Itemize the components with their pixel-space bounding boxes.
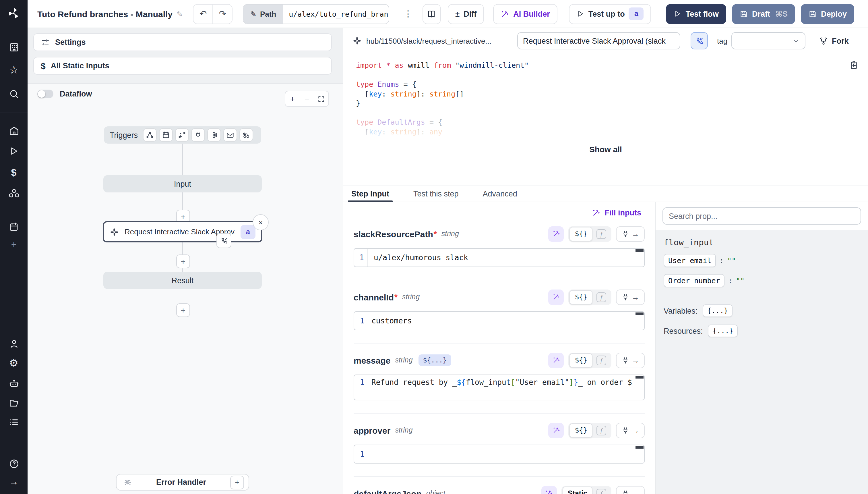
approver-editor[interactable]: 1 xyxy=(354,444,645,463)
variables-expand-chip[interactable]: {...} xyxy=(703,304,732,317)
audit-logs-list-icon[interactable] xyxy=(6,415,21,430)
static-mode-button[interactable]: Static xyxy=(563,486,592,494)
test-flow-button[interactable]: Test flow xyxy=(666,4,726,24)
slackResourcePath-editor[interactable]: 1 u/alex/humorous_slack xyxy=(354,248,645,267)
webhook-icon[interactable] xyxy=(143,129,156,141)
workspace-building-icon[interactable] xyxy=(6,40,21,55)
all-static-inputs-row[interactable]: $ All Static Inputs xyxy=(33,57,332,75)
runs-play-icon[interactable] xyxy=(6,144,21,158)
scheduled-poll-icon[interactable] xyxy=(240,129,253,141)
account-user-icon[interactable] xyxy=(6,336,21,351)
template-mode-button[interactable]: ${} xyxy=(570,353,592,367)
undo-button[interactable]: ↶ xyxy=(194,4,213,23)
fit-view-button[interactable] xyxy=(314,91,328,106)
zoom-out-button[interactable]: − xyxy=(300,91,314,106)
test-up-to-button[interactable]: Test up to a xyxy=(569,4,651,24)
connect-input-button[interactable]: → xyxy=(616,422,645,438)
fill-inputs-button[interactable]: Fill inputs xyxy=(592,209,642,217)
javascript-mode-icon[interactable]: f xyxy=(596,355,606,365)
deploy-button[interactable]: Deploy xyxy=(801,4,854,24)
remove-step-button[interactable]: × xyxy=(253,214,269,230)
field-message: message string ${...} ${} f → xyxy=(354,343,645,413)
template-mode-button[interactable]: ${} xyxy=(570,290,592,304)
message-editor[interactable]: 1 Refund request by _${flow_input["User … xyxy=(354,375,645,400)
folders-icon[interactable] xyxy=(6,395,21,410)
add-error-handler-button[interactable]: + xyxy=(230,475,244,489)
websocket-plug-icon[interactable] xyxy=(192,129,204,141)
favorites-star-icon[interactable]: ☆ xyxy=(6,62,21,77)
connect-input-button[interactable]: → xyxy=(616,486,645,494)
zoom-in-button[interactable]: + xyxy=(285,91,300,106)
prop-order-number[interactable]: Order number xyxy=(664,274,725,287)
error-handler-node[interactable]: Error Handler + xyxy=(116,474,249,491)
http-route-icon[interactable] xyxy=(176,129,188,141)
docs-book-button[interactable] xyxy=(422,4,441,24)
edit-title-pencil-icon[interactable]: ✎ xyxy=(177,10,183,18)
draft-button[interactable]: Draft ⌘S xyxy=(732,4,795,24)
prop-user-email[interactable]: User email xyxy=(664,254,716,267)
more-options-kebab-icon[interactable]: ⋮ xyxy=(403,8,413,19)
tab-advanced[interactable]: Advanced xyxy=(479,186,521,202)
show-all-button[interactable]: Show all xyxy=(586,144,626,154)
suspend-approval-button[interactable] xyxy=(691,32,708,50)
settings-gear-icon[interactable]: ⚙ xyxy=(6,356,21,370)
javascript-mode-icon[interactable]: f xyxy=(596,292,606,302)
redo-button[interactable]: ↷ xyxy=(213,4,232,23)
step-node-slack-approval[interactable]: Request Interactive Slack Approval (... … xyxy=(103,221,262,242)
javascript-mode-icon[interactable]: f xyxy=(596,489,606,494)
path-input[interactable]: u/alex/tuto_refund_branches_ xyxy=(283,4,389,23)
resources-row: Resources: {...} xyxy=(664,325,860,337)
ai-fill-button[interactable] xyxy=(549,422,564,438)
tab-test-this-step[interactable]: Test this step xyxy=(410,186,462,202)
connect-input-button[interactable]: → xyxy=(616,226,645,242)
flow-canvas[interactable]: Dataflow + − Triggers + xyxy=(27,83,343,494)
schedule-calendar-icon[interactable] xyxy=(160,129,172,141)
suspend-approval-icon[interactable] xyxy=(216,233,231,248)
expand-arrow-icon[interactable]: → xyxy=(6,474,21,489)
windmill-logo-icon[interactable] xyxy=(6,6,21,21)
step-summary-input[interactable] xyxy=(517,32,680,50)
ai-fill-button[interactable] xyxy=(549,226,564,242)
dataflow-toggle[interactable] xyxy=(37,90,53,98)
search-prop-input[interactable] xyxy=(663,207,861,225)
channelId-editor[interactable]: 1 customers xyxy=(354,311,645,330)
plug-icon xyxy=(622,357,629,364)
help-circle-icon[interactable] xyxy=(6,456,21,471)
add-step-button[interactable]: + xyxy=(176,303,190,317)
tag-select[interactable] xyxy=(731,32,805,50)
variables-dollar-icon[interactable]: $ xyxy=(6,165,21,180)
javascript-mode-icon[interactable]: f xyxy=(596,229,606,239)
connect-input-button[interactable]: → xyxy=(616,289,645,305)
input-node[interactable]: Input xyxy=(103,175,262,192)
ai-fill-button[interactable] xyxy=(541,486,557,494)
template-mode-button[interactable]: ${} xyxy=(570,423,592,437)
fork-button[interactable]: Fork xyxy=(819,32,849,50)
tab-step-input[interactable]: Step Input xyxy=(348,186,393,202)
hub-script-ref[interactable]: hub/11500/slack/request_interactive... xyxy=(353,32,491,50)
diff-button[interactable]: ± Diff xyxy=(448,4,484,24)
javascript-mode-icon[interactable]: f xyxy=(596,425,606,435)
ai-robot-icon[interactable] xyxy=(6,376,21,391)
resources-cubes-icon[interactable] xyxy=(6,186,21,201)
template-mode-button[interactable]: ${} xyxy=(570,227,592,241)
ai-fill-button[interactable] xyxy=(549,289,564,305)
search-icon[interactable] xyxy=(6,86,21,101)
email-envelope-icon[interactable] xyxy=(224,129,237,141)
step-id-badge: a xyxy=(629,7,644,20)
home-icon[interactable] xyxy=(6,123,21,138)
connect-input-button[interactable]: → xyxy=(616,353,645,368)
ai-fill-button[interactable] xyxy=(549,353,564,368)
schedules-calendar-icon[interactable] xyxy=(6,220,21,234)
add-step-button[interactable]: + xyxy=(176,254,190,268)
copy-code-icon[interactable] xyxy=(849,60,859,70)
canvas-zoom-controls: + − xyxy=(285,91,329,107)
resources-expand-chip[interactable]: {...} xyxy=(708,325,738,337)
code-preview[interactable]: import * as wmill from "windmill-client"… xyxy=(343,53,868,186)
triggers-bar[interactable]: Triggers xyxy=(104,126,261,144)
kafka-icon[interactable] xyxy=(208,129,220,141)
ai-builder-button[interactable]: AI Builder xyxy=(493,4,557,24)
settings-row[interactable]: Settings xyxy=(33,33,332,51)
result-node[interactable]: Result xyxy=(103,272,262,289)
path-label[interactable]: ✎ Path xyxy=(243,4,283,23)
add-plus-icon[interactable]: + xyxy=(6,237,21,252)
